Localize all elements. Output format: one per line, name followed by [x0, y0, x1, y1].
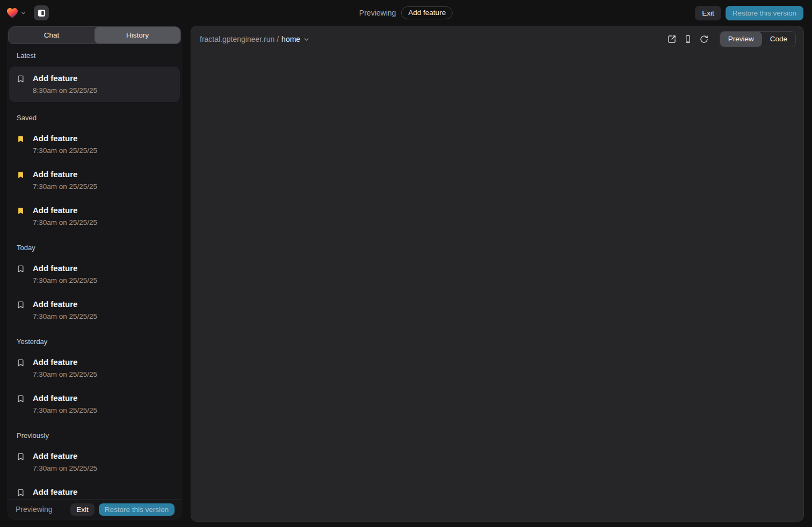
- history-item-title: Add feature: [33, 262, 97, 274]
- history-item-timestamp: 7:30am on 25/25/25: [33, 145, 97, 156]
- footer-restore-version-button[interactable]: Restore this version: [99, 503, 175, 516]
- open-in-new-tab-icon: [668, 35, 676, 43]
- previewing-label: Previewing: [359, 9, 396, 17]
- url-route-selector[interactable]: fractal.gptengineer.run / home: [200, 35, 310, 43]
- mobile-view-button[interactable]: [681, 32, 695, 46]
- bookmark-filled-icon: [17, 171, 25, 179]
- history-item-timestamp: 7:30am on 25/25/25: [33, 275, 97, 286]
- section-title: Yesterday: [8, 338, 181, 346]
- footer-previewing-label: Previewing: [16, 505, 52, 514]
- history-section-previously: PreviouslyAdd feature7:30am on 25/25/25A…: [8, 431, 181, 499]
- restore-version-button[interactable]: Restore this version: [726, 6, 803, 20]
- open-in-new-tab-button[interactable]: [665, 32, 679, 46]
- history-sidebar: ChatHistory LatestAdd feature8:30am on 2…: [8, 26, 182, 519]
- history-item-title: Add feature: [33, 298, 97, 310]
- history-item-timestamp: 7:30am on 25/25/25: [33, 369, 97, 380]
- section-title: Today: [8, 244, 181, 252]
- bookmark-outline-icon: [17, 488, 25, 497]
- history-item-title: Add feature: [33, 392, 97, 404]
- history-item-title: Add feature: [33, 169, 97, 180]
- url-current-route: home: [281, 35, 300, 43]
- mobile-view-icon: [684, 35, 692, 43]
- topbar-left-group: [6, 5, 49, 20]
- history-item-text: Add feature7:30am on 25/25/25: [33, 169, 97, 192]
- tab-chat[interactable]: Chat: [9, 27, 95, 43]
- history-item-text: Add feature8:30am on 25/25/25: [33, 72, 97, 96]
- chat-history-tabs: ChatHistory: [8, 26, 181, 44]
- toggle-code[interactable]: Code: [762, 32, 795, 47]
- history-item-text: Add feature7:30am on 25/25/25: [33, 298, 97, 322]
- history-item[interactable]: Add feature7:30am on 25/25/25: [9, 389, 180, 420]
- preview-viewport: [191, 52, 803, 521]
- history-item-text: Add feature7:30am on 25/25/25: [33, 450, 97, 474]
- history-item[interactable]: Add feature7:30am on 25/25/25: [9, 295, 180, 326]
- bookmark-outline-icon: [17, 452, 25, 461]
- history-item[interactable]: Add feature7:30am on 25/25/25: [9, 353, 180, 384]
- chevron-down-icon: [20, 10, 26, 16]
- history-item[interactable]: Add feature7:30am on 25/25/25: [9, 482, 180, 499]
- history-item-title: Add feature: [33, 450, 97, 462]
- history-item-timestamp: 7:30am on 25/25/25: [33, 181, 97, 192]
- history-item-title: Add feature: [33, 356, 97, 368]
- history-item-text: Add feature7:30am on 25/25/25: [33, 133, 97, 156]
- sidebar-footer: Previewing Exit Restore this version: [8, 499, 181, 519]
- section-title: Saved: [8, 114, 181, 122]
- refresh-icon: [700, 35, 708, 43]
- bookmark-filled-icon: [17, 207, 25, 215]
- bookmark-filled-icon: [17, 135, 25, 143]
- history-item[interactable]: Add feature8:30am on 25/25/25: [9, 67, 180, 102]
- refresh-button[interactable]: [697, 32, 711, 46]
- history-item-timestamp: 8:30am on 25/25/25: [33, 85, 97, 96]
- topbar-right-group: Exit Restore this version: [695, 6, 803, 20]
- history-item-title: Add feature: [33, 486, 97, 497]
- bookmark-outline-icon: [17, 394, 25, 403]
- history-item-title: Add feature: [33, 72, 97, 84]
- top-bar: Previewing Add feature Exit Restore this…: [0, 0, 812, 26]
- chevron-down-icon: [303, 36, 310, 43]
- version-history-list: LatestAdd feature8:30am on 25/25/25Saved…: [8, 44, 181, 499]
- history-item-text: Add feature7:30am on 25/25/25: [33, 356, 97, 380]
- history-item-title: Add feature: [33, 204, 97, 216]
- history-item[interactable]: Add feature7:30am on 25/25/25: [9, 201, 180, 232]
- bookmark-outline-icon: [17, 358, 25, 367]
- lovable-heart-icon: [6, 8, 18, 18]
- history-item[interactable]: Add feature7:30am on 25/25/25: [9, 165, 180, 196]
- preview-code-toggle: PreviewCode: [720, 31, 796, 47]
- app-logo-menu[interactable]: [6, 8, 26, 18]
- version-name-pill: Add feature: [401, 6, 453, 19]
- history-item-text: Add feature7:30am on 25/25/25: [33, 204, 97, 228]
- history-section-yesterday: YesterdayAdd feature7:30am on 25/25/25Ad…: [8, 338, 181, 420]
- section-title: Latest: [8, 52, 181, 60]
- history-item-timestamp: 7:30am on 25/25/25: [33, 311, 97, 322]
- history-item[interactable]: Add feature7:30am on 25/25/25: [9, 259, 180, 290]
- history-section-saved: SavedAdd feature7:30am on 25/25/25Add fe…: [8, 114, 181, 232]
- url-prefix: fractal.gptengineer.run /: [200, 35, 279, 43]
- history-item-timestamp: 7:30am on 25/25/25: [33, 217, 97, 228]
- history-item-text: Add feature7:30am on 25/25/25: [33, 392, 97, 416]
- panel-left-icon: [37, 9, 46, 18]
- bookmark-outline-icon: [17, 301, 25, 309]
- history-section-latest: LatestAdd feature8:30am on 25/25/25: [8, 52, 181, 102]
- topbar-center-group: Previewing Add feature: [359, 0, 453, 26]
- exit-button[interactable]: Exit: [695, 6, 721, 20]
- history-section-today: TodayAdd feature7:30am on 25/25/25Add fe…: [8, 244, 181, 326]
- preview-panel: fractal.gptengineer.run / home: [191, 26, 804, 522]
- history-item-timestamp: 7:30am on 25/25/25: [33, 463, 97, 474]
- bookmark-outline-icon: [17, 75, 25, 83]
- toggle-preview[interactable]: Preview: [720, 32, 762, 47]
- history-item-title: Add feature: [33, 133, 97, 144]
- history-item-text: Add feature7:30am on 25/25/25: [33, 486, 97, 499]
- section-title: Previously: [8, 431, 181, 440]
- history-item[interactable]: Add feature7:30am on 25/25/25: [9, 129, 180, 160]
- tab-history[interactable]: History: [95, 27, 180, 43]
- footer-exit-button[interactable]: Exit: [70, 503, 95, 516]
- history-item-text: Add feature7:30am on 25/25/25: [33, 262, 97, 286]
- preview-header-actions: PreviewCode: [665, 31, 796, 47]
- bookmark-outline-icon: [17, 265, 25, 273]
- preview-header: fractal.gptengineer.run / home: [191, 26, 803, 52]
- sidebar-toggle-button[interactable]: [34, 5, 49, 20]
- history-item-timestamp: 7:30am on 25/25/25: [33, 405, 97, 416]
- history-item[interactable]: Add feature7:30am on 25/25/25: [9, 447, 180, 478]
